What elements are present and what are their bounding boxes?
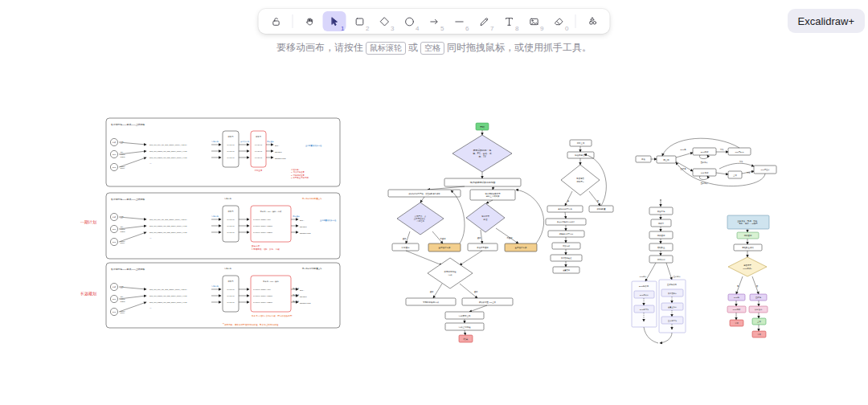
rf-offline-formal-label[interactable]: 下线 xyxy=(757,333,761,336)
tool-draw[interactable]: 7 xyxy=(473,11,496,31)
output-label[interactable]: bld6500 plus xyxy=(275,157,286,159)
mf-update-label[interactable]: 完成更新上线 xyxy=(459,313,472,317)
mf-label[interactable]: 通过 xyxy=(474,290,478,293)
mf-edge[interactable] xyxy=(465,330,465,335)
mf-edge[interactable] xyxy=(420,197,424,202)
panel-title[interactable]: 客户端打包——测试——上线流程 xyxy=(111,123,145,126)
version-row-red[interactable]: 1.9.1940 / arm64 / rk3399 xyxy=(253,295,273,297)
mf-right-review-label[interactable]: 技术调研适配评审输出上下线方案 xyxy=(485,192,501,198)
ellipsis[interactable]: … xyxy=(149,162,152,165)
version-box-header[interactable]: 版本号 xyxy=(227,136,234,138)
sc-merge[interactable] xyxy=(660,333,672,343)
rf-offline-beta-label[interactable]: 下线 xyxy=(735,322,739,325)
sm-self-loop[interactable] xyxy=(699,155,707,159)
version-row[interactable]: 1.9.1940 xyxy=(227,219,235,220)
sc-formal-title[interactable]: 正式包状态 xyxy=(667,284,678,286)
ellipsis[interactable]: … xyxy=(149,237,152,239)
output-label[interactable]: bld4500 xyxy=(300,295,307,297)
version-box-header[interactable]: 版本号 xyxy=(227,280,234,283)
sc-label[interactable]: 正式标识 xyxy=(674,276,682,278)
tool-line[interactable]: 6 xyxy=(448,11,471,31)
tool-selection[interactable]: 1 xyxy=(323,11,346,31)
output-label[interactable]: bld4500 xyxy=(275,150,282,153)
version-row-red[interactable]: 1.9.1940 / arm64 / rk3566 xyxy=(253,301,273,303)
version-row-red[interactable]: 1.9.1940 / arm64 / rk3566 xyxy=(253,231,273,233)
tf-edge[interactable] xyxy=(589,191,600,206)
rf-online-label[interactable]: 上线 xyxy=(757,321,761,323)
sc-identify-label[interactable]: 版本识别 xyxy=(657,258,665,260)
sm-label[interactable]: 正式包 xyxy=(681,167,687,170)
plan-label-phase1[interactable]: 一期计划 xyxy=(80,219,96,225)
version-row-red[interactable]: 1.9.1940 / amd64 / intel xyxy=(253,219,271,220)
mf-done-right-label[interactable]: 确认更新至App上线 xyxy=(478,300,497,303)
annotation[interactable]: 行为重复 xyxy=(255,169,263,172)
ellipsis[interactable]: … xyxy=(149,307,152,309)
sm-ctr-beta-label[interactable]: CTR回Beta xyxy=(735,150,744,152)
version-row-red[interactable]: 1.9.1940 xyxy=(255,144,263,145)
tf-new-model-label[interactable]: 是否包含新机型? xyxy=(576,177,585,182)
version-row[interactable]: 1.9.1940 xyxy=(227,301,235,303)
version-box-red-header[interactable]: 版本号 xyxy=(256,136,262,138)
sm-label[interactable]: 下线 xyxy=(720,149,724,151)
mf-edge[interactable] xyxy=(481,230,482,243)
mf-edge[interactable] xyxy=(496,228,518,243)
mf-edge[interactable] xyxy=(469,305,487,312)
tool-text[interactable]: 8 xyxy=(497,11,521,31)
version-row-red[interactable]: 1.9.1940 xyxy=(255,150,263,152)
rf-formal-pkg-label[interactable]: 正式包 xyxy=(755,297,762,299)
sc-passed-label[interactable]: 测试通过 xyxy=(657,233,665,236)
sc-beta-group[interactable] xyxy=(632,281,657,327)
tool-lock[interactable] xyxy=(264,11,288,31)
version-row[interactable]: 1.9.1940 xyxy=(227,295,235,297)
version-row[interactable]: 1.9.1940 xyxy=(227,144,235,145)
mf-edge[interactable] xyxy=(428,186,465,190)
tool-image[interactable]: 9 xyxy=(522,11,546,31)
sm-curve[interactable] xyxy=(676,162,765,186)
rf-beta-testing-label[interactable]: beta测试 xyxy=(733,308,741,311)
sc-start-dot[interactable] xyxy=(660,199,661,201)
panel-title[interactable]: 客户端打包——测试——上线流程 xyxy=(111,198,145,201)
mf-label[interactable]: 通过 xyxy=(477,236,481,239)
sm-label[interactable]: 重新测试 xyxy=(701,161,709,164)
output-label[interactable]: bld4500 xyxy=(300,225,307,227)
tf-version-online-label[interactable]: 版本上线 xyxy=(577,142,585,145)
mf-edge[interactable] xyxy=(406,231,410,243)
tool-arrow[interactable]: 5 xyxy=(423,11,446,31)
sm-label[interactable]: 下线 xyxy=(739,161,743,163)
mf-redesign-left-label[interactable]: 重新设计方案 xyxy=(439,246,452,249)
mf-label[interactable]: 不通过 xyxy=(440,237,447,240)
sm-curve[interactable] xyxy=(719,163,754,169)
panel-title[interactable]: 客户端打包——测试——上线流程 xyxy=(111,268,145,271)
sc-label[interactable]: beta标识 xyxy=(640,276,647,278)
excalidraw-plus-button[interactable]: Excalidraw+ xyxy=(788,9,865,33)
sm-dev-label[interactable]: 开发 xyxy=(641,158,646,161)
mf-end-label[interactable]: 结束 xyxy=(464,337,469,340)
pipeline-diagrams[interactable]: 客户端打包——测试——上线流程内核4.124.1CPUintelrk3399rk… xyxy=(106,118,340,328)
annotation[interactable]: **遗留问题：高版本机型发布如何处理，新架构上线如何处理 xyxy=(223,323,279,326)
sc-config-label[interactable]: 启动配置 xyxy=(657,245,665,248)
sc-edge[interactable] xyxy=(666,263,672,280)
tool-rectangle[interactable]: 2 xyxy=(348,11,371,31)
version-row-red[interactable]: 1.9.1940 / amd64 / intel xyxy=(253,288,271,290)
mf-complete-label[interactable]: 完成全部流程 xyxy=(459,325,472,328)
version-box-header[interactable]: 版本号 xyxy=(227,211,234,213)
output-label[interactable]: 2xP... xyxy=(275,144,280,146)
sc-testing-label[interactable]: 测试中 xyxy=(658,221,665,224)
mf-edge[interactable] xyxy=(486,200,493,203)
mf-edge[interactable] xyxy=(406,251,442,265)
source-circle-label[interactable]: CPU xyxy=(113,153,117,155)
tool-eraser[interactable]: 0 xyxy=(547,11,571,31)
version-row-red[interactable]: 1.9.1940 / arm64 / rk3399 xyxy=(253,225,273,227)
sc-pack-label[interactable]: 开发打包 xyxy=(657,209,665,212)
rf-label[interactable]: 否 xyxy=(756,285,759,288)
output-label[interactable]: 2xP... xyxy=(300,288,305,291)
tf-edge[interactable] xyxy=(565,212,566,219)
output-label[interactable]: bld6500 plus xyxy=(300,231,311,234)
source-circle-label[interactable]: CPU xyxy=(113,298,117,300)
sc-merge[interactable] xyxy=(644,327,658,343)
version-row[interactable]: 1.9.1940 xyxy=(227,231,235,233)
mf-edge[interactable] xyxy=(433,284,442,298)
output-label[interactable]: bld6500 plus xyxy=(300,301,311,304)
mf-pass-left-label[interactable]: 评审通过 xyxy=(402,245,411,248)
mf-edge[interactable] xyxy=(460,251,482,265)
